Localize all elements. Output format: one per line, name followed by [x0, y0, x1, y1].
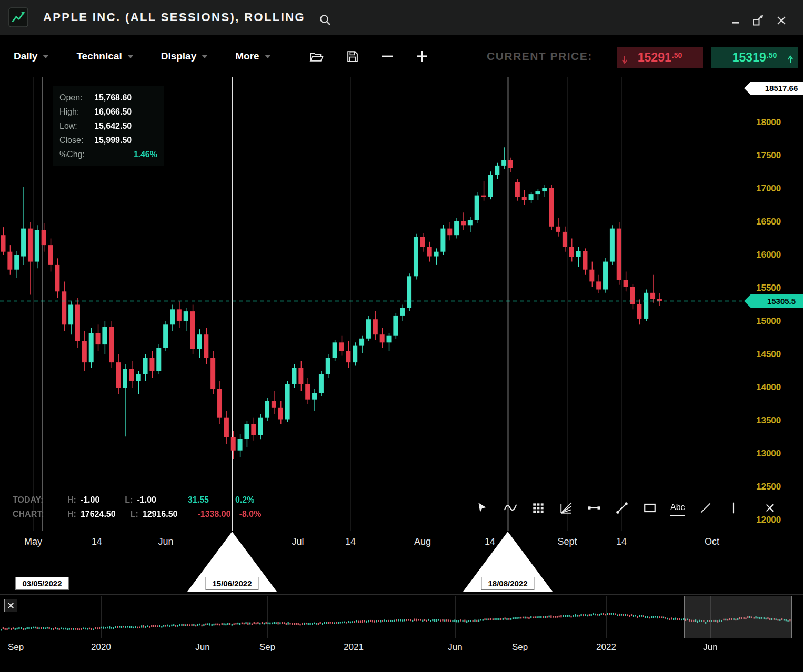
- drawing-toolbar: Abc: [475, 500, 777, 516]
- menu-technical-label: Technical: [76, 50, 122, 62]
- menu-display-label: Display: [161, 50, 197, 62]
- date-marker-label: 15/06/2022: [205, 577, 258, 590]
- minimize-button[interactable]: [728, 13, 744, 28]
- y-axis-label: 13500: [756, 415, 781, 426]
- title-bar: APPLE INC. (ALL SESSIONS), ROLLING: [0, 0, 803, 35]
- menu-group: Daily Technical Display More: [14, 35, 271, 77]
- today-low-label: L:: [125, 495, 133, 505]
- y-axis-label: 15500: [756, 283, 781, 293]
- freehand-tool-icon[interactable]: [503, 501, 518, 515]
- ohlc-close-label: Close:: [59, 136, 94, 145]
- ohlc-pctchg-value: 1.46%: [134, 150, 157, 159]
- search-icon[interactable]: [319, 14, 332, 28]
- y-axis-label: 14000: [756, 382, 781, 393]
- x-axis-label: May: [24, 536, 42, 547]
- menu-more-label: More: [235, 50, 259, 62]
- y-axis-label: 12500: [756, 482, 781, 492]
- ohlc-close-value: 15,999.50: [94, 136, 132, 145]
- x-axis-label: 14: [345, 536, 356, 547]
- navigator-axis-label: 2022: [596, 642, 616, 653]
- x-axis-label: 14: [485, 536, 495, 547]
- grid-tool-icon[interactable]: [531, 501, 546, 515]
- ohlc-high-label: High:: [59, 107, 94, 117]
- chart-percent-value: -8.0%: [239, 510, 262, 519]
- app-logo-icon: [8, 7, 28, 27]
- chevron-down-icon: [127, 55, 134, 58]
- y-axis-label: 18000: [756, 117, 781, 128]
- navigator-selection-window[interactable]: [684, 596, 792, 638]
- sell-price-button[interactable]: 15291.50: [617, 47, 703, 68]
- zoom-in-icon[interactable]: [416, 50, 428, 63]
- menu-technical[interactable]: Technical: [76, 50, 133, 62]
- ohlc-row-low: Low: 15,642.50: [59, 119, 157, 133]
- today-label: TODAY:: [13, 495, 67, 505]
- pointer-tool-icon[interactable]: [475, 501, 490, 515]
- ohlc-low-label: Low:: [59, 121, 94, 131]
- save-icon[interactable]: [346, 50, 359, 63]
- menu-daily[interactable]: Daily: [14, 50, 49, 62]
- y-axis-label: 15000: [756, 316, 781, 327]
- x-axis-label: 14: [616, 536, 627, 547]
- zoom-out-icon[interactable]: [381, 50, 394, 63]
- vertical-line-tool-icon[interactable]: [726, 501, 741, 515]
- navigator-close-icon[interactable]: [4, 599, 17, 612]
- y-axis-label: 12000: [756, 515, 781, 525]
- navigator-axis-line: [0, 639, 803, 639]
- arrow-down-icon: [621, 53, 628, 67]
- chart-low-label: L:: [131, 510, 138, 519]
- today-percent-value: 0.2%: [235, 495, 254, 505]
- fan-lines-tool-icon[interactable]: [559, 501, 574, 515]
- today-high-label: H:: [67, 495, 76, 505]
- ohlc-high-value: 16,066.50: [94, 107, 132, 117]
- menu-display[interactable]: Display: [161, 50, 208, 62]
- close-drawing-toolbar-icon[interactable]: [762, 501, 777, 515]
- navigator-axis-label: 2021: [344, 642, 364, 653]
- buy-price-int: 15319: [732, 50, 766, 65]
- today-change-value: 31.55: [188, 495, 209, 505]
- chart-stats-row: CHART: H: 17624.50 L: 12916.50 -1338.00 …: [13, 510, 261, 519]
- navigator-axis-label: 2020: [91, 642, 111, 653]
- chart-high-label: H:: [67, 510, 76, 519]
- sell-price-dec: .50: [672, 51, 682, 59]
- x-axis-label: Sept: [557, 536, 577, 547]
- y-axis-label: 16500: [756, 217, 781, 227]
- open-file-icon[interactable]: [309, 50, 324, 63]
- today-low-value: -1.00: [137, 495, 156, 505]
- trend-line-tool-icon[interactable]: [615, 501, 629, 515]
- current-price-tag: 15305.5: [744, 294, 803, 308]
- buy-price-dec: .50: [767, 51, 777, 59]
- trading-app-window: APPLE INC. (ALL SESSIONS), ROLLING: [0, 0, 803, 672]
- y-axis-label: 16000: [756, 250, 781, 260]
- high-price-tag: 18517.66: [744, 82, 803, 95]
- chevron-down-icon: [265, 55, 271, 58]
- close-button[interactable]: [774, 13, 789, 28]
- price-chart-area: 18517.66 15305.5 Open: 15,768.60 High: 1…: [0, 77, 803, 594]
- navigator-panel: Sep2020JunSep2021JunSep2022Jun: [0, 594, 803, 672]
- text-tool-icon[interactable]: Abc: [670, 500, 685, 516]
- navigator-axis-label: Sep: [8, 642, 24, 653]
- menu-daily-label: Daily: [14, 50, 37, 62]
- chart-high-value: 17624.50: [81, 510, 116, 519]
- current-price-label: CURRENT PRICE:: [487, 35, 593, 77]
- navigator-chart-canvas[interactable]: [0, 596, 803, 638]
- chart-label: CHART:: [13, 510, 67, 519]
- chevron-down-icon: [202, 55, 208, 58]
- ohlc-low-value: 15,642.50: [94, 121, 132, 131]
- ray-line-tool-icon[interactable]: [698, 501, 713, 515]
- ohlc-row-open: Open: 15,768.60: [59, 90, 157, 105]
- arrow-up-icon: [787, 53, 794, 67]
- ohlc-open-label: Open:: [59, 93, 94, 103]
- navigator-axis-label: Jun: [703, 642, 717, 653]
- buy-price-button[interactable]: 15319.50: [711, 47, 798, 68]
- menu-more[interactable]: More: [235, 50, 270, 62]
- y-axis-label: 14500: [756, 349, 781, 360]
- ohlc-pctchg-label: %Chg:: [59, 150, 94, 159]
- date-marker-label: 03/05/2022: [15, 577, 68, 590]
- restore-button[interactable]: [750, 13, 766, 28]
- navigator-axis-label: Jun: [195, 642, 209, 653]
- horizontal-line-tool-icon[interactable]: [587, 501, 601, 515]
- rectangle-tool-icon[interactable]: [643, 501, 657, 515]
- toolbar-icon-group: [309, 35, 428, 77]
- x-axis-label: Jul: [292, 536, 304, 547]
- x-axis-label: Oct: [705, 536, 719, 547]
